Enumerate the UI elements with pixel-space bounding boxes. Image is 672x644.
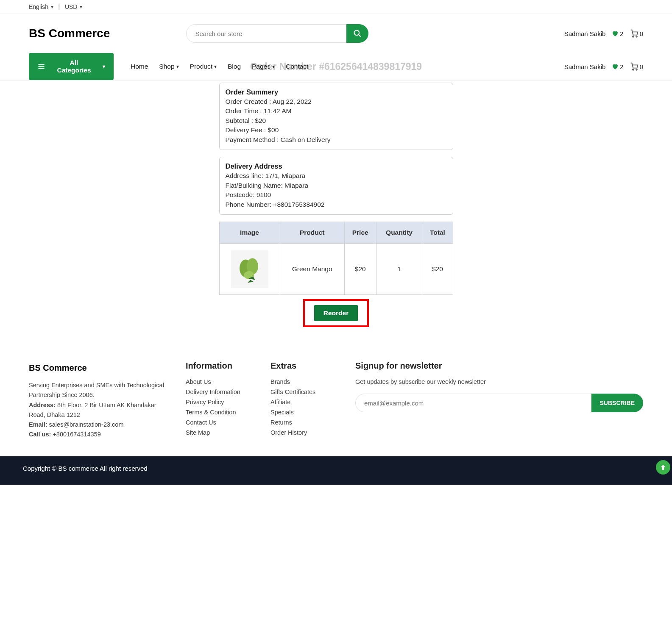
delivery-address: Address line: 17/1, Miapara [226, 171, 447, 180]
topbar-separator: | [59, 3, 60, 10]
footer-link-brands[interactable]: Brands [270, 378, 343, 385]
newsletter-input[interactable] [355, 394, 591, 412]
th-quantity: Quantity [376, 222, 422, 244]
newsletter-desc: Get updates by subscribe our weekly news… [355, 378, 643, 385]
nav-contact[interactable]: Contact [286, 63, 308, 70]
delivery-postcode: Postcode: 9100 [226, 190, 447, 200]
nav-shop[interactable]: Shop▾ [159, 63, 178, 70]
newsletter-form: SUBSCRIBE [355, 394, 643, 412]
svg-point-8 [636, 69, 637, 70]
cell-product: Green Mango [280, 244, 344, 295]
order-summary-title: Order Summery [226, 88, 447, 96]
footer-link-delivery[interactable]: Delivery Information [186, 389, 258, 395]
nav-product[interactable]: Product▾ [190, 63, 217, 70]
svg-point-2 [633, 36, 634, 37]
subscribe-button[interactable]: SUBSCRIBE [591, 394, 643, 412]
chevron-down-icon: ▾ [51, 4, 53, 10]
order-content: Order Summery Order Created : Aug 22, 20… [219, 83, 453, 327]
chevron-down-icon: ▾ [80, 4, 82, 10]
footer-extras-title: Extras [270, 361, 343, 371]
footer-brand: BS Commerce [29, 361, 173, 375]
language-selector[interactable]: English ▾ [29, 3, 53, 10]
chevron-down-icon: ▾ [214, 64, 217, 69]
arrow-up-icon [659, 464, 667, 471]
footer-link-terms[interactable]: Terms & Condition [186, 409, 258, 416]
footer-link-returns[interactable]: Returns [270, 419, 343, 426]
footer-link-history[interactable]: Order History [270, 429, 343, 436]
mango-icon [233, 252, 267, 286]
currency-selector[interactable]: USD ▾ [65, 3, 83, 10]
cart-icon [630, 29, 639, 38]
main-nav: All Categories ▾ Home Shop▾ Product▾ Blo… [0, 53, 672, 80]
search-input[interactable] [186, 24, 347, 43]
delivery-phone: Phone Number: +8801755384902 [226, 200, 447, 209]
order-time: Order Time : 11:42 AM [226, 106, 447, 116]
reorder-highlight: Reorder [303, 299, 369, 327]
language-label: English [29, 3, 48, 10]
scroll-to-top-button[interactable] [656, 460, 670, 475]
svg-point-7 [633, 69, 634, 70]
user-name[interactable]: Sadman Sakib [564, 30, 606, 37]
search-button[interactable] [346, 24, 368, 43]
order-created: Order Created : Aug 22, 2022 [226, 97, 447, 106]
search-icon [353, 29, 362, 38]
order-summary-card: Order Summery Order Created : Aug 22, 20… [219, 83, 453, 150]
heart-icon [611, 30, 619, 37]
th-product: Product [280, 222, 344, 244]
sticky-cart-count: 0 [640, 63, 643, 70]
footer-callus: +8801674314359 [51, 431, 100, 438]
footer-info-title: Information [186, 361, 258, 371]
footer-link-about[interactable]: About Us [186, 378, 258, 385]
cell-image [219, 244, 280, 295]
footer: BS Commerce Serving Enterprises and SMEs… [0, 344, 672, 456]
cart-link[interactable]: 0 [630, 29, 643, 38]
brand-logo[interactable]: BS Commerce [29, 27, 110, 40]
footer-desc: Serving Enterprises and SMEs with Techno… [29, 380, 173, 400]
svg-point-3 [636, 36, 637, 37]
footer-link-sitemap[interactable]: Site Map [186, 429, 258, 436]
sticky-user-area: Sadman Sakib 2 0 [564, 62, 643, 71]
order-items-table: Image Product Price Quantity Total [219, 222, 453, 295]
wishlist-link[interactable]: 2 [611, 30, 623, 37]
currency-label: USD [65, 3, 78, 10]
nav-blog[interactable]: Blog [228, 63, 241, 70]
nav-links: Home Shop▾ Product▾ Blog Pages▾ Contact [131, 63, 308, 70]
footer-newsletter: Signup for newsletter Get updates by sub… [355, 361, 643, 439]
footer-link-contact[interactable]: Contact Us [186, 419, 258, 426]
nav-pages[interactable]: Pages▾ [252, 63, 275, 70]
footer-link-gifts[interactable]: Gifts Certificates [270, 389, 343, 395]
footer-email: sales@brainstation-23.com [47, 421, 124, 428]
copyright-bar: Copyright © BS commerce All right reserv… [0, 456, 672, 485]
wishlist-count: 2 [620, 30, 623, 37]
menu-icon [37, 62, 45, 71]
search-form [186, 24, 368, 43]
reorder-section: Reorder [219, 299, 453, 327]
chevron-down-icon: ▾ [272, 64, 275, 69]
delivery-flat: Flat/Building Name: Miapara [226, 181, 447, 190]
header: BS Commerce Sadman Sakib 2 0 [0, 14, 672, 53]
footer-callus-label: Call us: [29, 431, 51, 438]
order-payment: Payment Method : Cash on Delivery [226, 135, 447, 144]
reorder-button[interactable]: Reorder [314, 305, 358, 321]
sticky-user-name[interactable]: Sadman Sakib [564, 63, 606, 70]
delivery-title: Delivery Address [226, 162, 447, 170]
table-row: Green Mango $20 1 $20 [219, 244, 453, 295]
cart-icon [630, 62, 639, 71]
footer-company: BS Commerce Serving Enterprises and SMEs… [29, 361, 173, 439]
cell-total: $20 [422, 244, 453, 295]
footer-link-specials[interactable]: Specials [270, 409, 343, 416]
th-total: Total [422, 222, 453, 244]
footer-extras: Extras Brands Gifts Certificates Affilia… [270, 361, 343, 439]
th-price: Price [344, 222, 376, 244]
th-image: Image [219, 222, 280, 244]
sticky-wishlist-link[interactable]: 2 [611, 63, 623, 70]
footer-link-privacy[interactable]: Privacy Policy [186, 399, 258, 405]
sticky-cart-link[interactable]: 0 [630, 62, 643, 71]
all-categories-button[interactable]: All Categories ▾ [29, 53, 114, 80]
footer-link-affiliate[interactable]: Affiliate [270, 399, 343, 405]
svg-point-0 [354, 31, 360, 36]
order-delivery-fee: Delivery Fee : $00 [226, 125, 447, 135]
chevron-down-icon: ▾ [176, 64, 179, 69]
heart-icon [611, 63, 619, 70]
nav-home[interactable]: Home [131, 63, 148, 70]
